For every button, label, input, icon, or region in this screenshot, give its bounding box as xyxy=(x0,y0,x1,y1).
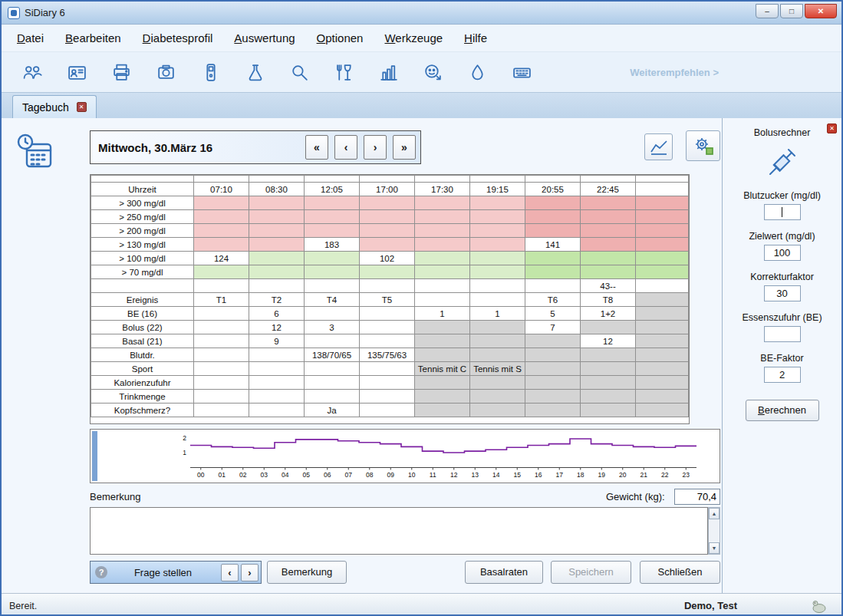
diary-cell[interactable] xyxy=(636,224,689,238)
nutrition-icon[interactable] xyxy=(333,61,354,83)
menu-werkzeuge[interactable]: Werkzeuge xyxy=(384,31,443,44)
blood-sugar-input[interactable] xyxy=(764,204,801,220)
diary-cell[interactable] xyxy=(415,238,470,252)
menu-bearbeiten[interactable]: Bearbeiten xyxy=(65,31,121,44)
diary-cell[interactable] xyxy=(194,348,249,362)
diary-cell[interactable] xyxy=(360,376,415,390)
diary-cell[interactable] xyxy=(194,376,249,390)
diary-cell[interactable]: 12:05 xyxy=(305,183,360,196)
diary-cell[interactable]: 1 xyxy=(415,307,470,321)
diary-cell[interactable] xyxy=(415,224,470,238)
diary-cell[interactable] xyxy=(194,279,249,293)
diary-cell[interactable] xyxy=(305,376,360,390)
diary-cell[interactable] xyxy=(470,334,525,348)
diary-cell[interactable] xyxy=(415,321,470,334)
diary-cell[interactable]: 138/70/65 xyxy=(305,348,360,362)
diary-cell[interactable] xyxy=(194,265,249,279)
diary-cell[interactable] xyxy=(194,321,249,334)
diary-cell[interactable] xyxy=(415,196,470,210)
diary-cell[interactable]: 1 xyxy=(470,307,525,321)
lab-flask-icon[interactable] xyxy=(244,61,265,83)
diary-cell[interactable] xyxy=(525,196,581,210)
diary-cell[interactable] xyxy=(249,404,305,417)
diary-cell[interactable] xyxy=(305,210,360,224)
diary-cell[interactable] xyxy=(470,210,525,224)
diary-cell[interactable] xyxy=(636,334,689,348)
diary-cell[interactable] xyxy=(470,376,525,390)
diary-cell[interactable] xyxy=(249,265,305,279)
diary-cell[interactable] xyxy=(470,265,525,279)
diary-cell[interactable] xyxy=(194,224,249,238)
correction-factor-input[interactable]: 30 xyxy=(764,285,801,301)
diary-cell[interactable] xyxy=(415,334,470,348)
diary-cell[interactable] xyxy=(636,362,689,376)
diary-cell[interactable]: T1 xyxy=(194,293,249,307)
diary-cell[interactable] xyxy=(360,279,415,293)
printer-icon[interactable] xyxy=(110,61,132,83)
diary-cell[interactable] xyxy=(305,265,360,279)
menu-optionen[interactable]: Optionen xyxy=(317,31,364,44)
diary-cell[interactable] xyxy=(360,238,415,252)
users-icon[interactable] xyxy=(21,61,43,83)
diary-cell[interactable] xyxy=(636,252,689,265)
settings-button[interactable] xyxy=(686,130,720,161)
diary-cell[interactable] xyxy=(194,307,249,321)
diary-cell[interactable] xyxy=(636,404,689,417)
diary-cell[interactable] xyxy=(194,404,249,417)
diary-cell[interactable]: 6 xyxy=(249,307,305,321)
diary-cell[interactable] xyxy=(636,279,689,293)
close-dialog-button[interactable]: Schließen xyxy=(640,561,720,584)
diary-cell[interactable] xyxy=(249,224,305,238)
diary-cell[interactable] xyxy=(636,321,689,334)
diary-cell[interactable] xyxy=(360,176,415,183)
diary-cell[interactable] xyxy=(525,176,581,183)
diary-cell[interactable] xyxy=(415,293,470,307)
scroll-down-icon[interactable]: ▼ xyxy=(709,542,720,554)
diary-cell[interactable] xyxy=(360,210,415,224)
first-day-button[interactable]: « xyxy=(305,135,328,160)
keyboard-icon[interactable] xyxy=(511,61,532,83)
diary-cell[interactable] xyxy=(636,183,689,196)
diary-cell[interactable]: 12 xyxy=(581,334,636,348)
diary-cell[interactable] xyxy=(470,196,525,210)
diary-cell[interactable] xyxy=(194,334,249,348)
diary-cell[interactable] xyxy=(305,176,360,183)
diary-cell[interactable]: 17:00 xyxy=(360,183,415,196)
minimize-button[interactable]: – xyxy=(756,4,779,18)
diary-cell[interactable]: 183 xyxy=(305,238,360,252)
diary-cell[interactable] xyxy=(636,176,689,183)
last-day-button[interactable]: » xyxy=(393,135,416,160)
search-icon[interactable] xyxy=(288,61,310,83)
diary-cell[interactable]: 19:15 xyxy=(470,183,525,196)
diary-cell[interactable] xyxy=(470,321,525,334)
diary-cell[interactable] xyxy=(525,390,581,404)
diary-cell[interactable] xyxy=(581,265,636,279)
diary-cell[interactable] xyxy=(360,362,415,376)
diary-cell[interactable] xyxy=(415,390,470,404)
diary-cell[interactable] xyxy=(470,348,525,362)
trend-chart-button[interactable] xyxy=(644,133,673,160)
diary-cell[interactable] xyxy=(305,279,360,293)
diary-cell[interactable] xyxy=(194,238,249,252)
diary-cell[interactable] xyxy=(249,196,305,210)
diary-cell[interactable] xyxy=(636,293,689,307)
diary-cell[interactable] xyxy=(249,376,305,390)
diary-cell[interactable]: 9 xyxy=(249,334,305,348)
diary-cell[interactable] xyxy=(305,224,360,238)
ask-question-widget[interactable]: ? Frage stellen ‹ › xyxy=(90,561,262,584)
ask-next-button[interactable]: › xyxy=(241,564,258,581)
remark-scrollbar[interactable]: ▲ ▼ xyxy=(708,507,720,555)
diary-cell[interactable] xyxy=(249,279,305,293)
diary-cell[interactable] xyxy=(470,224,525,238)
diary-cell[interactable] xyxy=(415,176,470,183)
diary-cell[interactable] xyxy=(581,224,636,238)
diary-cell[interactable] xyxy=(581,176,636,183)
diary-cell[interactable] xyxy=(636,210,689,224)
diary-cell[interactable] xyxy=(525,404,581,417)
diary-cell[interactable] xyxy=(194,390,249,404)
diary-cell[interactable] xyxy=(525,376,581,390)
diary-cell[interactable] xyxy=(581,362,636,376)
diary-cell[interactable]: 12 xyxy=(249,321,305,334)
diary-cell[interactable] xyxy=(636,376,689,390)
bolus-panel-close-icon[interactable]: ✕ xyxy=(827,124,837,133)
